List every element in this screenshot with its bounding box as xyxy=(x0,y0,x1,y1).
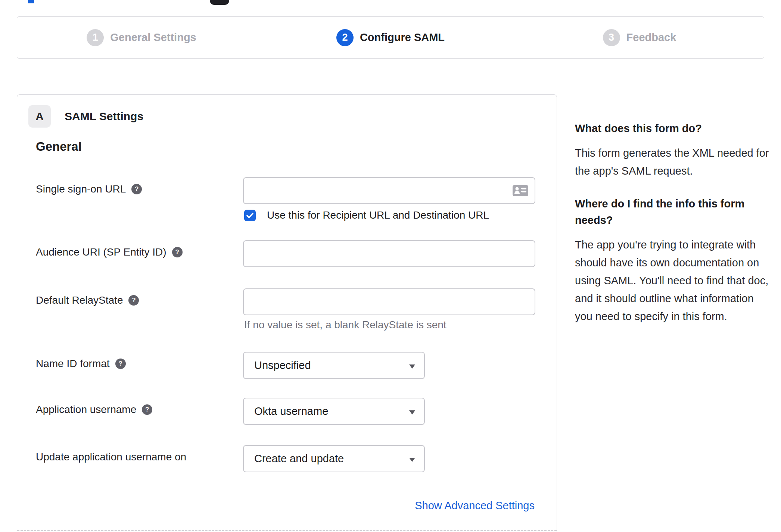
help-question-1: What does this form do? xyxy=(575,120,772,137)
checkbox-label: Use this for Recipient URL and Destinati… xyxy=(267,209,489,221)
help-answer-2: The app you're trying to integrate with … xyxy=(575,236,772,325)
wizard-stepper: 1 General Settings 2 Configure SAML 3 Fe… xyxy=(17,16,764,59)
caret-down-icon xyxy=(409,410,415,414)
show-advanced-settings-link[interactable]: Show Advanced Settings xyxy=(415,500,535,512)
field-label-text: Audience URI (SP Entity ID) xyxy=(36,246,167,258)
step-configure-saml[interactable]: 2 Configure SAML xyxy=(266,17,515,58)
caret-down-icon xyxy=(409,364,415,369)
step-feedback[interactable]: 3 Feedback xyxy=(515,17,764,58)
cropped-header-element xyxy=(28,0,34,3)
field-label-text: Application username xyxy=(36,404,136,416)
panel-title: SAML Settings xyxy=(65,110,143,123)
checkmark-icon xyxy=(246,213,253,218)
recipient-url-checkbox-row: Use this for Recipient URL and Destinati… xyxy=(244,209,489,221)
help-icon[interactable]: ? xyxy=(142,404,152,415)
field-label: Application username ? xyxy=(36,404,152,416)
help-icon[interactable]: ? xyxy=(128,295,139,306)
saml-settings-panel: A SAML Settings General Single sign-on U… xyxy=(17,94,557,532)
relaystate-hint: If no value is set, a blank RelayState i… xyxy=(244,319,446,331)
caret-down-icon xyxy=(409,458,415,462)
update-username-on-select[interactable]: Create and update xyxy=(243,445,425,472)
field-label-text: Default RelayState xyxy=(36,294,123,306)
help-sidebar: What does this form do? This form genera… xyxy=(575,120,772,341)
field-label: Update application username on xyxy=(36,451,186,463)
step-general-settings[interactable]: 1 General Settings xyxy=(17,17,266,58)
step-label: Feedback xyxy=(626,31,676,44)
application-username-select[interactable]: Okta username xyxy=(243,398,425,425)
selected-option: Create and update xyxy=(254,453,344,465)
general-section-heading: General xyxy=(36,140,82,154)
selected-option: Unspecified xyxy=(254,359,311,372)
cropped-header-element xyxy=(210,0,229,5)
help-icon[interactable]: ? xyxy=(131,184,142,194)
selected-option: Okta username xyxy=(254,405,328,417)
step-label: Configure SAML xyxy=(360,31,445,44)
help-icon[interactable]: ? xyxy=(172,247,183,257)
help-question-2: Where do I find the info this form needs… xyxy=(575,195,772,228)
audience-uri-input[interactable] xyxy=(243,240,535,267)
field-label-text: Single sign-on URL xyxy=(36,183,126,195)
field-label-text: Name ID format xyxy=(36,358,110,370)
section-divider xyxy=(17,530,557,531)
panel-header: A SAML Settings xyxy=(28,105,143,128)
step-number-badge: 1 xyxy=(87,29,104,46)
field-label: Single sign-on URL ? xyxy=(36,183,142,195)
field-label: Audience URI (SP Entity ID) ? xyxy=(36,246,183,258)
help-icon[interactable]: ? xyxy=(115,359,126,369)
field-label: Name ID format ? xyxy=(36,358,126,370)
help-answer-1: This form generates the XML needed for t… xyxy=(575,144,772,180)
step-number-badge: 2 xyxy=(336,29,354,46)
name-id-format-select[interactable]: Unspecified xyxy=(243,352,425,379)
default-relaystate-input[interactable] xyxy=(243,288,535,315)
single-sign-on-url-input[interactable] xyxy=(243,177,535,204)
step-number-badge: 3 xyxy=(603,29,620,46)
field-label-text: Update application username on xyxy=(36,451,186,463)
field-label: Default RelayState ? xyxy=(36,294,139,306)
section-a-badge: A xyxy=(28,105,51,128)
contact-card-icon[interactable] xyxy=(512,185,529,197)
step-label: General Settings xyxy=(110,31,196,44)
recipient-url-checkbox[interactable] xyxy=(244,210,256,221)
